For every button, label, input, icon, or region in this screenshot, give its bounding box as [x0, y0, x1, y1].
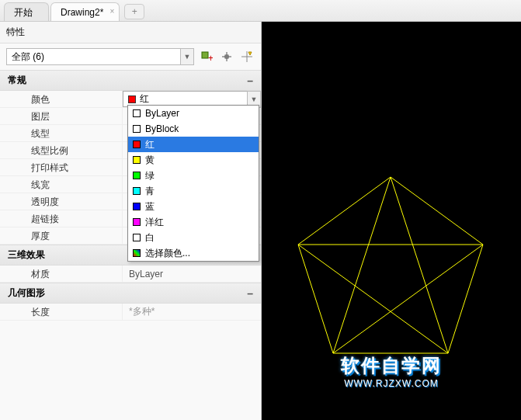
section-label: 三维效果	[8, 248, 45, 262]
watermark-url: WWW.RJZXW.COM	[341, 378, 442, 389]
dropdown-item-green[interactable]: 绿	[128, 168, 259, 183]
prop-label: 打印样式	[0, 159, 123, 175]
prop-label: 超链接	[0, 210, 123, 227]
color-swatch-icon	[133, 125, 141, 133]
drawing-viewport[interactable]: 软件自学网 WWW.RJZXW.COM	[262, 22, 521, 420]
color-swatch-icon	[133, 234, 141, 241]
panel-toolbar: ▼ +	[0, 43, 261, 70]
section-label: 几何图形	[8, 286, 45, 300]
dropdown-item-cyan[interactable]: 青	[128, 183, 259, 199]
color-swatch-icon	[133, 218, 141, 226]
dropdown-item-red[interactable]: 红	[128, 137, 259, 152]
tab-label: Drawing2*	[61, 7, 103, 18]
quick-select-icon[interactable]	[239, 49, 255, 64]
plus-icon: +	[132, 6, 137, 17]
color-value: 红	[140, 92, 149, 106]
prop-label: 长度	[0, 304, 123, 320]
chevron-down-icon[interactable]: ▼	[180, 48, 194, 65]
color-dropdown: ByLayer ByBlock 红 黄 绿 青 蓝 洋红 白 选择颜色...	[127, 105, 259, 262]
tab-drawing[interactable]: Drawing2* ×	[50, 2, 120, 21]
selection-filter-input[interactable]	[6, 48, 180, 65]
prop-label: 线型	[0, 125, 123, 141]
dropdown-item-bylayer[interactable]: ByLayer	[128, 106, 259, 121]
color-swatch-icon	[133, 203, 141, 210]
color-swatch-icon	[133, 141, 141, 148]
color-swatch-icon	[128, 95, 136, 103]
prop-value[interactable]: *多种*	[123, 304, 261, 320]
select-objects-icon[interactable]	[219, 49, 234, 64]
watermark: 软件自学网 WWW.RJZXW.COM	[341, 353, 442, 389]
prop-label: 透明度	[0, 193, 123, 210]
prop-label: 线宽	[0, 176, 123, 193]
watermark-text: 软件自学网	[341, 353, 442, 378]
close-icon[interactable]: ×	[110, 7, 115, 16]
tab-label: 开始	[14, 6, 33, 19]
prop-label: 材质	[0, 266, 123, 282]
selection-filter-combo[interactable]: ▼	[6, 48, 194, 65]
dropdown-item-white[interactable]: 白	[128, 230, 259, 245]
dropdown-item-select-color[interactable]: 选择颜色...	[128, 245, 259, 261]
color-swatch-icon	[133, 109, 141, 117]
svg-text:+: +	[208, 53, 213, 63]
dropdown-item-yellow[interactable]: 黄	[128, 152, 259, 168]
color-wheel-icon	[133, 249, 141, 257]
dropdown-item-blue[interactable]: 蓝	[128, 199, 259, 214]
prop-label: 颜色	[0, 91, 123, 107]
prop-label: 厚度	[0, 227, 123, 244]
tab-start[interactable]: 开始	[4, 2, 49, 21]
section-geometry[interactable]: 几何图形 –	[0, 283, 261, 304]
collapse-icon[interactable]: –	[247, 75, 253, 87]
dropdown-item-magenta[interactable]: 洋红	[128, 214, 259, 230]
section-general[interactable]: 常规 –	[0, 70, 261, 91]
toggle-pickadd-icon[interactable]: +	[199, 49, 214, 64]
collapse-icon[interactable]: –	[247, 287, 253, 300]
new-tab-button[interactable]: +	[124, 4, 144, 19]
color-swatch-icon	[133, 172, 141, 179]
section-label: 常规	[8, 74, 26, 87]
panel-title: 特性	[0, 22, 261, 43]
tabs-bar: 开始 Drawing2* × +	[0, 0, 521, 22]
svg-rect-0	[202, 52, 208, 58]
svg-marker-4	[298, 177, 483, 353]
prop-label: 图层	[0, 108, 123, 124]
prop-value[interactable]: ByLayer	[123, 266, 261, 282]
dropdown-item-byblock[interactable]: ByBlock	[128, 121, 259, 137]
color-swatch-icon	[133, 187, 141, 195]
prop-label: 线型比例	[0, 142, 123, 158]
color-swatch-icon	[133, 156, 141, 164]
